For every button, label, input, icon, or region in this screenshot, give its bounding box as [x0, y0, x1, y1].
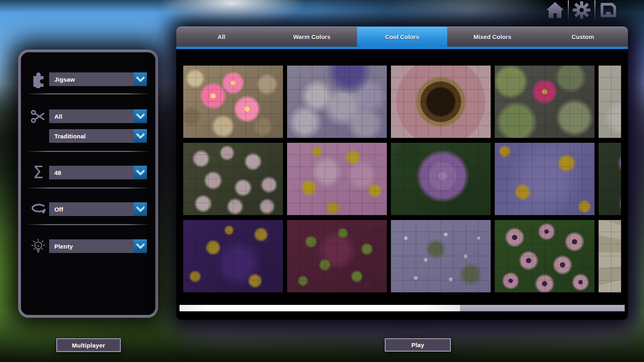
piece-count-row: Σ 48 [21, 166, 155, 179]
play-button[interactable]: Play [385, 338, 451, 352]
gallery-scrollbar[interactable] [180, 305, 625, 311]
tab-all[interactable]: All [176, 27, 266, 47]
thumbnail-grid [183, 66, 621, 292]
chevron-down-icon[interactable] [134, 239, 147, 253]
window-toolbar [545, 0, 618, 22]
chevron-down-icon[interactable] [134, 202, 147, 216]
hints-value: Plenty [49, 243, 73, 250]
puzzle-thumbnail[interactable] [183, 220, 283, 292]
tab-custom[interactable]: Custom [538, 27, 628, 47]
puzzle-thumbnail[interactable] [287, 220, 387, 292]
puzzle-thumbnail[interactable] [287, 66, 387, 138]
puzzle-type-row: Jigsaw [21, 72, 155, 86]
chevron-down-icon[interactable] [134, 166, 147, 179]
piece-count-select[interactable]: 48 [49, 166, 147, 179]
puzzle-thumbnail[interactable] [495, 66, 594, 138]
divider [26, 151, 150, 152]
puzzle-thumbnail[interactable] [183, 143, 283, 215]
divider [26, 224, 150, 225]
puzzle-thumbnail[interactable] [391, 66, 491, 138]
puzzle-thumbnail[interactable] [183, 66, 283, 138]
home-icon [545, 0, 565, 22]
cut-variant-select[interactable]: Traditional [49, 129, 147, 143]
settings-button[interactable] [572, 1, 592, 21]
puzzle-thumbnail[interactable] [495, 143, 594, 215]
game-background: Jigsaw All [0, 0, 644, 362]
tab-mixed-colors[interactable]: Mixed Colors [447, 27, 537, 47]
puzzle-type-value: Jigsaw [49, 76, 75, 83]
piece-count-value: 48 [49, 169, 61, 176]
scissors-icon [27, 107, 49, 125]
cut-style-value: All [49, 113, 62, 120]
cut-style-row: All [21, 109, 155, 123]
hints-row: w Plenty [21, 239, 155, 253]
puzzle-gallery-panel: All Warm Colors Cool Colors Mixed Colors… [176, 27, 628, 320]
tab-cool-colors[interactable]: Cool Colors [357, 27, 447, 47]
rotation-icon [27, 200, 49, 218]
toolbar-divider [594, 0, 595, 21]
rotation-value: Off [49, 206, 63, 213]
puzzle-thumbnail[interactable] [599, 66, 621, 138]
gallery-scrollbar-thumb[interactable] [180, 305, 460, 311]
rotation-row: Off [21, 202, 155, 216]
hints-select[interactable]: Plenty [49, 239, 147, 253]
divider [26, 187, 150, 189]
cut-variant-value: Traditional [49, 133, 86, 140]
tab-warm-colors[interactable]: Warm Colors [266, 27, 357, 47]
svg-text:w: w [37, 244, 40, 248]
save-icon [599, 0, 618, 21]
settings-panel: Jigsaw All [18, 49, 158, 318]
chevron-down-icon[interactable] [134, 72, 147, 86]
category-tabbar: All Warm Colors Cool Colors Mixed Colors… [176, 27, 628, 47]
puzzle-piece-icon [27, 70, 49, 88]
chevron-down-icon[interactable] [134, 129, 147, 143]
settings-gear-icon [572, 0, 591, 21]
cut-style-select[interactable]: All [49, 109, 147, 123]
thumbnail-area [176, 49, 628, 292]
toolbar-divider [568, 0, 569, 21]
puzzle-thumbnail[interactable] [599, 220, 621, 292]
puzzle-thumbnail[interactable] [599, 143, 621, 215]
home-button[interactable] [545, 1, 565, 21]
divider [26, 93, 150, 95]
sigma-icon: Σ [27, 163, 49, 182]
puzzle-type-select[interactable]: Jigsaw [49, 72, 147, 86]
chevron-down-icon[interactable] [134, 109, 147, 123]
hint-bulb-icon: w [27, 237, 49, 255]
cut-variant-row: Traditional [21, 129, 155, 143]
puzzle-thumbnail[interactable] [391, 220, 491, 292]
puzzle-thumbnail[interactable] [391, 143, 491, 215]
rotation-select[interactable]: Off [49, 202, 147, 216]
puzzle-thumbnail[interactable] [287, 143, 387, 215]
multiplayer-button[interactable]: Multiplayer [56, 338, 121, 352]
puzzle-thumbnail[interactable] [495, 220, 594, 292]
save-button[interactable] [598, 1, 618, 21]
